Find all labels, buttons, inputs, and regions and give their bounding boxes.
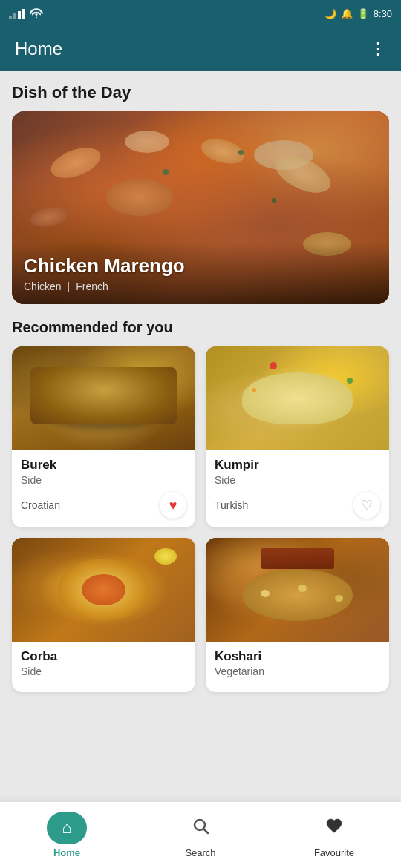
burek-category: Side (21, 474, 186, 486)
dish-tag-chicken: Chicken (24, 280, 62, 292)
kumpir-name: Kumpir (215, 458, 380, 473)
tag-separator: | (68, 280, 71, 292)
search-nav-label: Search (185, 847, 215, 858)
koshari-name: Koshari (215, 649, 380, 664)
corba-image (12, 538, 195, 642)
more-vertical-icon[interactable]: ⋮ (370, 39, 386, 59)
moon-icon: 🌙 (325, 8, 336, 19)
heart-icon-wrap (314, 812, 354, 844)
nav-item-search[interactable]: Search (134, 812, 267, 858)
status-right: 🌙 🔔 🔋 8:30 (325, 8, 392, 19)
home-icon: ⌂ (62, 818, 71, 838)
koshari-category: Vegetarian (215, 665, 380, 677)
kumpir-category: Side (215, 474, 380, 486)
home-nav-label: Home (53, 847, 80, 858)
food-card-koshari[interactable]: Koshari Vegetarian (206, 538, 389, 692)
favourite-nav-label: Favourite (314, 847, 354, 858)
bottom-navigation: ⌂ Home Search Favourite (0, 801, 401, 868)
search-icon-wrap (180, 812, 221, 844)
food-card-burek[interactable]: Burek Side Croatian ♥ (12, 346, 195, 527)
status-bar: 🌙 🔔 🔋 8:30 (0, 0, 401, 27)
search-icon (192, 817, 209, 839)
notification-icon: 🔔 (341, 8, 353, 19)
time-display: 8:30 (374, 8, 392, 19)
burek-favourite-button[interactable]: ♥ (160, 492, 186, 519)
burek-name: Burek (21, 458, 186, 473)
burek-origin: Croatian (21, 499, 60, 511)
kumpir-origin: Turkish (215, 499, 248, 511)
dish-tags: Chicken | French (24, 280, 377, 292)
recommended-title: Recommended for you (12, 319, 389, 336)
kumpir-footer: Turkish ♡ (215, 492, 380, 519)
food-card-corba[interactable]: Corba Side (12, 538, 195, 692)
home-icon-wrap: ⌂ (47, 812, 87, 844)
dish-tag-french: French (76, 280, 108, 292)
kumpir-favourite-button[interactable]: ♡ (353, 492, 380, 519)
food-card-kumpir[interactable]: Kumpir Side Turkish ♡ (206, 346, 389, 527)
svg-line-1 (204, 829, 209, 834)
main-content: Dish of the Day Chicken Marengo Chicken … (0, 71, 401, 777)
nav-item-favourite[interactable]: Favourite (267, 812, 401, 858)
kumpir-image (206, 346, 389, 450)
dish-of-day-title: Dish of the Day (12, 83, 389, 102)
page-title: Home (15, 39, 62, 59)
burek-footer: Croatian ♥ (21, 492, 186, 519)
corba-name: Corba (21, 649, 186, 664)
dish-of-day-card[interactable]: Chicken Marengo Chicken | French (12, 111, 389, 304)
kumpir-card-body: Kumpir Side Turkish ♡ (206, 450, 389, 527)
wifi-icon (30, 8, 43, 19)
app-header: Home ⋮ (0, 27, 401, 71)
koshari-card-body: Koshari Vegetarian (206, 642, 389, 692)
burek-image (12, 346, 195, 450)
corba-category: Side (21, 665, 186, 677)
burek-card-body: Burek Side Croatian ♥ (12, 450, 195, 527)
heart-icon (325, 817, 343, 839)
dish-overlay: Chicken Marengo Chicken | French (12, 243, 389, 304)
koshari-image (206, 538, 389, 642)
signal-icon (9, 9, 25, 19)
battery-icon: 🔋 (357, 8, 369, 19)
dish-name: Chicken Marengo (24, 254, 377, 277)
cards-grid: Burek Side Croatian ♥ Kumpir Sid (12, 346, 389, 692)
corba-card-body: Corba Side (12, 642, 195, 692)
nav-item-home[interactable]: ⌂ Home (0, 812, 134, 858)
status-left (9, 8, 43, 19)
